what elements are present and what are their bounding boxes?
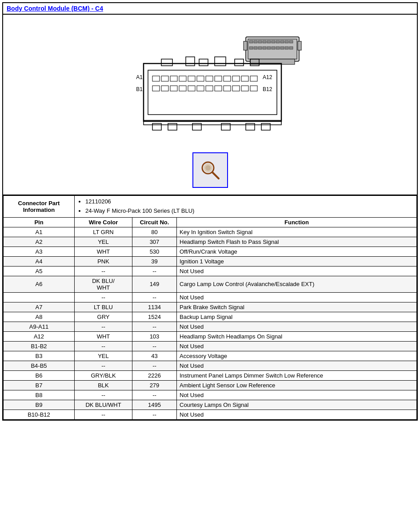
pin-cell: A4 (4, 256, 75, 266)
circuit-no-cell: 2226 (132, 370, 177, 380)
connector-diagram: A1 A12 B1 B12 (3, 19, 417, 188)
svg-rect-37 (188, 76, 195, 81)
svg-rect-45 (152, 86, 160, 91)
page-wrapper: Body Control Module (BCM) - C4 (2, 2, 418, 421)
table-row: B8----Not Used (4, 390, 417, 400)
table-row: A1LT GRN80Key In Ignition Switch Signal (4, 227, 417, 237)
function-cell: Cargo Lamp Low Control (Avalanche/Escala… (177, 276, 417, 292)
table-row: A3WHT530Off/Run/Crank Voltage (4, 247, 417, 256)
svg-rect-6 (267, 40, 271, 43)
svg-rect-17 (272, 47, 275, 49)
svg-rect-31 (235, 59, 244, 66)
pin-cell: A8 (4, 312, 75, 322)
circuit-no-cell: 307 (132, 237, 177, 247)
circuit-no-cell: 43 (132, 351, 177, 361)
header-wire-color: Wire Color (75, 217, 132, 227)
pin-cell: B1-B2 (4, 341, 75, 351)
svg-text:A1: A1 (136, 74, 143, 80)
table-row: B4-B5----Not Used (4, 361, 417, 370)
table-row: A8GRY1524Backup Lamp Signal (4, 312, 417, 322)
function-cell: Headlamp Switch Headlamps On Signal (177, 331, 417, 341)
connector-info-row: Connector Part Information 12110206 24-W… (4, 196, 417, 218)
connector-table: Connector Part Information 12110206 24-W… (3, 195, 417, 420)
wire-color-cell: -- (75, 292, 132, 302)
svg-rect-9 (280, 40, 284, 43)
svg-rect-15 (263, 47, 266, 49)
table-row: A5----Not Used (4, 266, 417, 276)
svg-rect-43 (241, 76, 248, 81)
function-cell: Not Used (177, 390, 417, 400)
function-cell: Off/Run/Crank Voltage (177, 247, 417, 256)
svg-rect-20 (285, 47, 288, 49)
svg-text:B1: B1 (136, 86, 143, 92)
svg-rect-53 (224, 86, 231, 91)
svg-rect-5 (263, 40, 266, 43)
page-title: Body Control Module (BCM) - C4 (3, 3, 417, 15)
function-cell: Courtesy Lamps On Signal (177, 400, 417, 410)
pin-cell: A12 (4, 331, 75, 341)
part-number-2: 24-Way F Micro-Pack 100 Series (LT BLU) (85, 207, 414, 216)
table-row: A4PNK39Ignition 1 Voltage (4, 256, 417, 266)
pin-cell: A5 (4, 266, 75, 276)
svg-rect-7 (272, 40, 275, 43)
table-row: A9-A11----Not Used (4, 322, 417, 331)
svg-rect-10 (285, 40, 288, 43)
table-row: B7BLK279Ambient Light Sensor Low Referen… (4, 380, 417, 390)
diagram-area: A1 A12 B1 B12 (3, 15, 417, 195)
table-row: B10-B12----Not Used (4, 410, 417, 419)
circuit-no-cell: -- (132, 410, 177, 419)
svg-rect-29 (199, 59, 208, 66)
table-header-row: Pin Wire Color Circuit No. Function (4, 217, 417, 227)
circuit-no-cell: -- (132, 292, 177, 302)
svg-rect-11 (289, 40, 293, 43)
svg-rect-8 (276, 40, 280, 43)
table-row: B9DK BLU/WHT1495Courtesy Lamps On Signal (4, 400, 417, 410)
svg-rect-52 (215, 86, 222, 91)
connector-info-label: Connector Part Information (4, 196, 75, 218)
circuit-no-cell: -- (132, 361, 177, 370)
table-row: A2YEL307Headlamp Switch Flash to Pass Si… (4, 237, 417, 247)
function-cell: Ambient Light Sensor Low Reference (177, 380, 417, 390)
header-function: Function (177, 217, 417, 227)
svg-rect-39 (206, 76, 213, 81)
svg-rect-13 (254, 47, 257, 49)
wire-color-cell: BLK (75, 380, 132, 390)
wire-color-cell: -- (75, 390, 132, 400)
pin-cell: B6 (4, 370, 75, 380)
function-cell: Not Used (177, 292, 417, 302)
circuit-no-cell: 1495 (132, 400, 177, 410)
table-row: ----Not Used (4, 292, 417, 302)
svg-line-70 (212, 172, 219, 179)
header-circuit-no: Circuit No. (132, 217, 177, 227)
svg-rect-50 (197, 86, 204, 91)
header-pin: Pin (4, 217, 75, 227)
svg-rect-49 (188, 86, 195, 91)
function-cell: Instrument Panel Lamps Dimmer Switch Low… (177, 370, 417, 380)
circuit-no-cell: -- (132, 322, 177, 331)
function-cell: Ignition 1 Voltage (177, 256, 417, 266)
connector-svg: A1 A12 B1 B12 (104, 19, 317, 148)
svg-rect-30 (215, 57, 226, 66)
part-numbers-cell: 12110206 24-Way F Micro-Pack 100 Series … (75, 196, 417, 218)
svg-rect-27 (161, 59, 172, 66)
svg-text:B12: B12 (263, 86, 272, 92)
wire-color-cell: -- (75, 361, 132, 370)
function-cell: Not Used (177, 410, 417, 419)
pin-cell: B4-B5 (4, 361, 75, 370)
circuit-no-cell: -- (132, 266, 177, 276)
pin-cell: B9 (4, 400, 75, 410)
part-number-1: 12110206 (85, 197, 414, 207)
pin-cell: B7 (4, 380, 75, 390)
svg-rect-41 (224, 76, 231, 81)
svg-rect-47 (170, 86, 177, 91)
table-row: B6GRY/BLK2226Instrument Panel Lamps Dimm… (4, 370, 417, 380)
magnify-button[interactable] (192, 152, 228, 188)
svg-rect-22 (244, 41, 247, 50)
pin-cell: A9-A11 (4, 322, 75, 331)
wire-color-cell: LT BLU (75, 302, 132, 312)
svg-rect-14 (258, 47, 262, 49)
circuit-no-cell: 279 (132, 380, 177, 390)
pin-cell: A6 (4, 276, 75, 292)
function-cell: Backup Lamp Signal (177, 312, 417, 322)
table-row: A6DK BLU/ WHT149Cargo Lamp Low Control (… (4, 276, 417, 292)
